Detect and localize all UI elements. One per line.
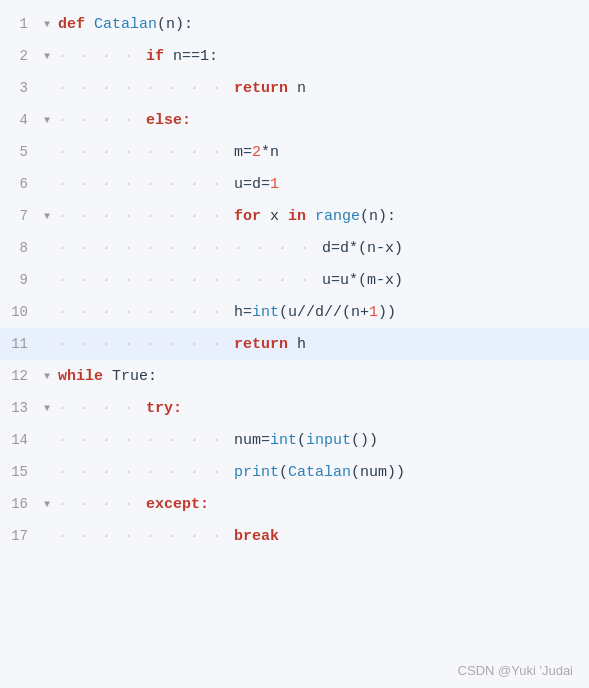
token-plain: *n — [261, 144, 279, 161]
code-line: 13▼· · · · try: — [0, 392, 589, 424]
indent-dots: · · · · — [58, 496, 146, 513]
token-plain: (n): — [360, 208, 396, 225]
code-line: 15· · · · · · · · print(Catalan(num)) — [0, 456, 589, 488]
token-kw: else: — [146, 112, 191, 129]
line-number: 8 — [0, 240, 40, 256]
fold-icon[interactable]: ▼ — [40, 499, 54, 510]
token-plain: (num)) — [351, 464, 405, 481]
code-line: 12▼while True: — [0, 360, 589, 392]
code-content: · · · · · · · · h=int(u//d//(n+1)) — [54, 304, 396, 321]
line-number: 6 — [0, 176, 40, 192]
fold-icon[interactable]: ▼ — [40, 403, 54, 414]
indent-dots: · · · · · · · · · · · · — [58, 240, 322, 257]
token-plain: m= — [234, 144, 252, 161]
token-builtin: range — [315, 208, 360, 225]
code-content: · · · · · · · · return n — [54, 80, 306, 97]
code-line: 17· · · · · · · · break — [0, 520, 589, 552]
indent-dots: · · · · — [58, 400, 146, 417]
token-num: 1 — [369, 304, 378, 321]
code-content: · · · · if n==1: — [54, 48, 218, 65]
code-content: · · · · · · · · m=2*n — [54, 144, 279, 161]
token-plain: h= — [234, 304, 252, 321]
indent-dots: · · · · · · · · — [58, 304, 234, 321]
token-kw: except: — [146, 496, 209, 513]
indent-dots: · · · · · · · · — [58, 336, 234, 353]
token-plain: n==1: — [173, 48, 218, 65]
indent-dots: · · · · · · · · — [58, 208, 234, 225]
line-number: 9 — [0, 272, 40, 288]
code-content: def Catalan(n): — [54, 16, 193, 33]
line-number: 3 — [0, 80, 40, 96]
token-plain: ( — [279, 464, 288, 481]
token-plain: )) — [378, 304, 396, 321]
code-content: · · · · · · · · · · · · d=d*(n-x) — [54, 240, 403, 257]
token-plain: d=d*(n-x) — [322, 240, 403, 257]
code-line: 3· · · · · · · · return n — [0, 72, 589, 104]
code-editor: 1▼def Catalan(n):2▼· · · · if n==1:3· · … — [0, 0, 589, 657]
code-line: 2▼· · · · if n==1: — [0, 40, 589, 72]
token-kw: break — [234, 528, 279, 545]
code-line: 8· · · · · · · · · · · · d=d*(n-x) — [0, 232, 589, 264]
fold-icon[interactable]: ▼ — [40, 211, 54, 222]
token-plain: ()) — [351, 432, 378, 449]
code-content: while True: — [54, 368, 157, 385]
code-line: 6· · · · · · · · u=d=1 — [0, 168, 589, 200]
code-line: 5· · · · · · · · m=2*n — [0, 136, 589, 168]
fold-icon[interactable]: ▼ — [40, 371, 54, 382]
indent-dots: · · · · · · · · — [58, 176, 234, 193]
indent-dots: · · · · — [58, 48, 146, 65]
token-num: 2 — [252, 144, 261, 161]
code-content: · · · · · · · · u=d=1 — [54, 176, 279, 193]
indent-dots: · · · · — [58, 112, 146, 129]
token-plain: (u//d//(n+ — [279, 304, 369, 321]
code-content: · · · · else: — [54, 112, 191, 129]
token-kw: return — [234, 80, 297, 97]
code-content: · · · · · · · · for x in range(n): — [54, 208, 396, 225]
code-content: · · · · · · · · print(Catalan(num)) — [54, 464, 405, 481]
fold-icon[interactable]: ▼ — [40, 51, 54, 62]
token-builtin: int — [252, 304, 279, 321]
token-plain: True: — [112, 368, 157, 385]
watermark: CSDN @Yuki 'Judai — [0, 657, 589, 688]
code-content: · · · · · · · · num=int(input()) — [54, 432, 378, 449]
token-plain: h — [297, 336, 306, 353]
line-number: 7 — [0, 208, 40, 224]
fold-icon[interactable]: ▼ — [40, 115, 54, 126]
token-plain: (n): — [157, 16, 193, 33]
token-builtin: input — [306, 432, 351, 449]
line-number: 16 — [0, 496, 40, 512]
indent-dots: · · · · · · · · — [58, 528, 234, 545]
token-plain: n — [297, 80, 306, 97]
code-content: · · · · · · · · return h — [54, 336, 306, 353]
code-line: 1▼def Catalan(n): — [0, 8, 589, 40]
line-number: 5 — [0, 144, 40, 160]
code-line: 4▼· · · · else: — [0, 104, 589, 136]
token-plain: u=d= — [234, 176, 270, 193]
token-kw: return — [234, 336, 297, 353]
token-kw: try: — [146, 400, 182, 417]
token-kw: for — [234, 208, 270, 225]
token-plain: x — [270, 208, 288, 225]
indent-dots: · · · · · · · · — [58, 80, 234, 97]
code-line: 14· · · · · · · · num=int(input()) — [0, 424, 589, 456]
line-number: 15 — [0, 464, 40, 480]
code-content: · · · · except: — [54, 496, 209, 513]
line-number: 1 — [0, 16, 40, 32]
token-plain: num= — [234, 432, 270, 449]
line-number: 11 — [0, 336, 40, 352]
fold-icon[interactable]: ▼ — [40, 19, 54, 30]
code-line: 7▼· · · · · · · · for x in range(n): — [0, 200, 589, 232]
token-kw: def — [58, 16, 94, 33]
token-kw: if — [146, 48, 173, 65]
token-plain: ( — [297, 432, 306, 449]
code-line: 10· · · · · · · · h=int(u//d//(n+1)) — [0, 296, 589, 328]
token-kw: in — [288, 208, 315, 225]
indent-dots: · · · · · · · · — [58, 464, 234, 481]
token-fn: Catalan — [94, 16, 157, 33]
token-kw: while — [58, 368, 112, 385]
token-builtin: int — [270, 432, 297, 449]
token-num: 1 — [270, 176, 279, 193]
line-number: 12 — [0, 368, 40, 384]
code-content: · · · · · · · · break — [54, 528, 279, 545]
line-number: 10 — [0, 304, 40, 320]
